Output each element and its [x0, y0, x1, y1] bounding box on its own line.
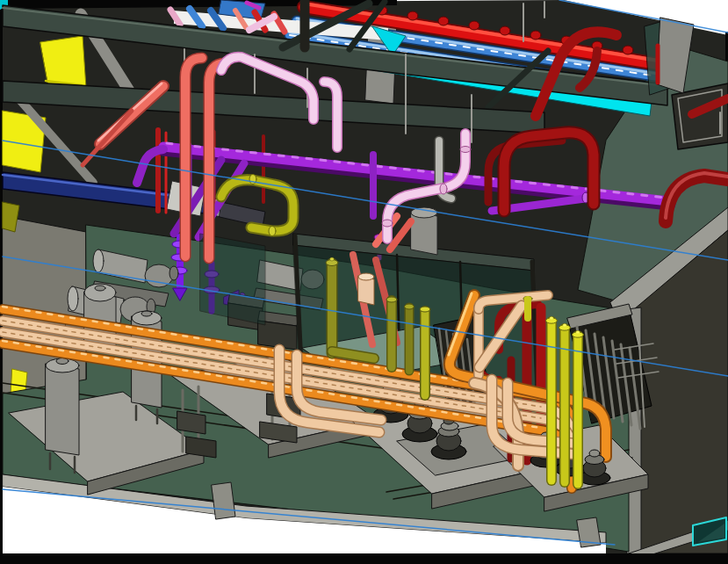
- red-header-valve-6: [530, 31, 541, 40]
- yellow-riser-3-dot: [576, 331, 580, 334]
- olive-riser-1-knob: [330, 257, 335, 261]
- tan-stub-cylinder-top: [358, 273, 374, 280]
- red-header-valve-5: [500, 26, 510, 35]
- viewport-svg[interactable]: [0, 0, 728, 564]
- red-header-valve-4: [469, 21, 479, 30]
- olive-riser-4-cap: [420, 307, 430, 312]
- olive-riser-3-cap: [405, 304, 414, 309]
- red-header-valve-9: [623, 46, 633, 54]
- pink-flange-2: [440, 184, 447, 194]
- dome-tank-cap: [95, 286, 105, 291]
- yellow-riser-1-dot: [550, 317, 553, 320]
- pump-flange-1: [169, 266, 178, 280]
- pump-motor-2-end: [68, 286, 78, 311]
- yellow-riser-2-dot: [563, 324, 566, 327]
- pink-flange-1: [460, 147, 471, 153]
- pump-motor-1-end: [93, 249, 104, 272]
- model-viewport[interactable]: Isometric 3D BIM viewport of a mechanica…: [0, 0, 728, 564]
- skid-box-1: [177, 411, 205, 434]
- red-header-valve-3: [438, 17, 449, 25]
- pink-flange-3: [382, 220, 393, 227]
- yellow-loop-flange-b: [269, 227, 276, 236]
- olive-riser-2-cap: [386, 297, 397, 302]
- red-header-valve-2: [407, 11, 418, 20]
- kerb-post-left: [212, 482, 235, 519]
- tank-2-cap: [141, 311, 152, 316]
- bottom-border: [0, 553, 728, 564]
- inline-pump-6-cap: [589, 450, 600, 457]
- tank-1: [46, 364, 79, 455]
